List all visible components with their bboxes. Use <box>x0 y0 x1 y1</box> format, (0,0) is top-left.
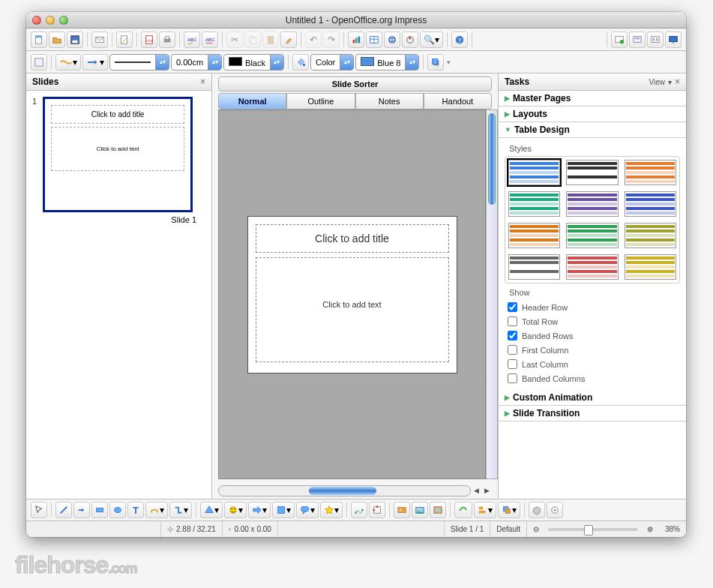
shadow-button[interactable] <box>427 54 444 70</box>
show-option[interactable]: Banded Columns <box>505 371 680 386</box>
zoom-percent[interactable]: 38% <box>659 521 686 537</box>
scroll-right-icon[interactable]: ▶ <box>481 485 492 496</box>
cut-button[interactable]: ✂ <box>226 32 243 48</box>
undo-button[interactable]: ↶ <box>305 32 322 48</box>
checkbox[interactable] <box>508 331 517 340</box>
vertical-scrollbar[interactable] <box>486 110 498 479</box>
tab-handout[interactable]: Handout <box>424 93 492 110</box>
ellipse-tool-button[interactable] <box>109 502 126 518</box>
table-style-swatch[interactable] <box>625 254 676 280</box>
interaction-button[interactable] <box>547 502 563 518</box>
symbol-shapes-dropdown[interactable]: ▾ <box>224 502 247 518</box>
rotate-button[interactable] <box>454 502 472 518</box>
line-pattern-dropdown[interactable]: ▴▾ <box>109 54 169 70</box>
zoom-tool-button[interactable]: 🔍▾ <box>420 32 443 48</box>
hyperlink-button[interactable] <box>384 32 400 48</box>
line-tool-button[interactable] <box>55 502 72 518</box>
show-option[interactable]: Header Row <box>505 300 680 314</box>
curve-tool-dropdown[interactable]: ▾ <box>145 502 168 518</box>
fill-button[interactable] <box>292 54 309 70</box>
block-arrows-dropdown[interactable]: ▾ <box>248 502 271 518</box>
paste-button[interactable] <box>262 32 279 48</box>
zoom-in-icon[interactable]: ⊕ <box>647 525 653 533</box>
table-style-swatch[interactable] <box>508 223 560 248</box>
stars-dropdown[interactable]: ▾ <box>320 502 343 518</box>
connector-tool-dropdown[interactable]: ▾ <box>169 502 192 518</box>
export-pdf-button[interactable]: PDF <box>141 32 157 48</box>
extrusion-button[interactable] <box>529 502 545 518</box>
table-style-swatch[interactable] <box>508 160 560 185</box>
mail-button[interactable] <box>91 32 108 48</box>
show-option[interactable]: Last Column <box>505 357 680 371</box>
table-style-swatch[interactable] <box>566 160 618 185</box>
checkbox[interactable] <box>508 316 517 326</box>
arrow-tool-button[interactable] <box>73 502 90 518</box>
print-button[interactable] <box>159 32 175 48</box>
tab-notes[interactable]: Notes <box>355 93 424 110</box>
callouts-dropdown[interactable]: ▾ <box>296 502 319 518</box>
tasks-view-menu[interactable]: View ▾ × <box>649 76 680 87</box>
table-style-swatch[interactable] <box>566 254 618 280</box>
fill-mode-dropdown[interactable]: Color▴▾ <box>310 54 354 70</box>
slide-canvas-area[interactable]: Click to add title Click to add text <box>218 110 486 479</box>
format-paintbrush-button[interactable] <box>280 32 297 48</box>
slides-list[interactable]: 1 Click to add title Click to add text S… <box>26 91 211 499</box>
table-style-swatch[interactable] <box>625 223 676 248</box>
points-button[interactable] <box>351 502 367 518</box>
tab-normal[interactable]: Normal <box>218 93 286 110</box>
open-button[interactable] <box>49 32 65 48</box>
horizontal-scrollbar[interactable] <box>218 485 471 496</box>
table-style-swatch[interactable] <box>566 191 618 217</box>
slide-button[interactable] <box>611 32 628 48</box>
spellcheck-button[interactable]: ABC <box>184 32 200 48</box>
fontwork-button[interactable]: A <box>394 502 410 518</box>
line-style-dropdown[interactable]: ▾ <box>55 54 81 70</box>
section-slide-transition[interactable]: ▶Slide Transition <box>499 406 686 422</box>
show-option[interactable]: Total Row <box>505 314 680 328</box>
zoom-slider[interactable] <box>548 528 638 531</box>
title-placeholder[interactable]: Click to add title <box>256 224 449 253</box>
slide-sorter-button[interactable]: Slide Sorter <box>218 76 492 92</box>
auto-spellcheck-button[interactable]: ABC <box>202 32 218 48</box>
from-file-button[interactable] <box>412 502 428 518</box>
slide-layout-button[interactable] <box>647 32 664 48</box>
arrange-dropdown[interactable]: ▾ <box>498 502 520 518</box>
line-color-dropdown[interactable]: Black▴▾ <box>223 54 284 70</box>
slide-thumbnail[interactable]: Click to add title Click to add text <box>43 97 193 212</box>
align-dropdown[interactable]: ▾ <box>474 502 496 518</box>
checkbox[interactable] <box>508 345 517 355</box>
table-style-swatch[interactable] <box>508 191 560 217</box>
flowchart-dropdown[interactable]: ▾ <box>272 502 295 518</box>
tab-outline[interactable]: Outline <box>286 93 355 110</box>
glue-points-button[interactable] <box>369 502 385 518</box>
slide-canvas[interactable]: Click to add title Click to add text <box>247 216 457 374</box>
show-option[interactable]: First Column <box>505 343 680 357</box>
titlebar[interactable]: Untitled 1 - OpenOffice.org Impress <box>26 12 686 28</box>
text-tool-button[interactable]: T <box>127 502 144 518</box>
copy-button[interactable] <box>244 32 261 48</box>
close-tasks-panel-button[interactable]: × <box>675 76 680 87</box>
checkbox[interactable] <box>508 374 517 383</box>
presentation-button[interactable] <box>665 32 682 48</box>
line-width-input[interactable]: 0.00cm▴▾ <box>171 54 222 70</box>
select-tool-button[interactable] <box>31 502 47 518</box>
basic-shapes-dropdown[interactable]: ▾ <box>200 502 223 518</box>
chart-button[interactable] <box>348 32 364 48</box>
navigator-button[interactable] <box>402 32 418 48</box>
table-button[interactable] <box>366 32 382 48</box>
rectangle-tool-button[interactable] <box>91 502 108 518</box>
edit-doc-button[interactable] <box>116 32 133 48</box>
save-button[interactable] <box>67 32 83 48</box>
close-slides-panel-button[interactable]: × <box>200 76 205 87</box>
section-master-pages[interactable]: ▶Master Pages <box>499 91 686 106</box>
table-style-swatch[interactable] <box>508 254 560 280</box>
zoom-control[interactable]: ⊖ ⊕ <box>527 521 659 537</box>
table-style-swatch[interactable] <box>566 223 618 248</box>
section-custom-animation[interactable]: ▶Custom Animation <box>499 390 686 406</box>
content-placeholder[interactable]: Click to add text <box>256 257 449 362</box>
help-button[interactable]: ? <box>451 32 468 48</box>
table-style-swatch[interactable] <box>625 191 676 217</box>
scroll-left-icon[interactable]: ◀ <box>471 485 481 496</box>
section-layouts[interactable]: ▶Layouts <box>499 106 686 122</box>
table-style-swatch[interactable] <box>625 160 676 185</box>
